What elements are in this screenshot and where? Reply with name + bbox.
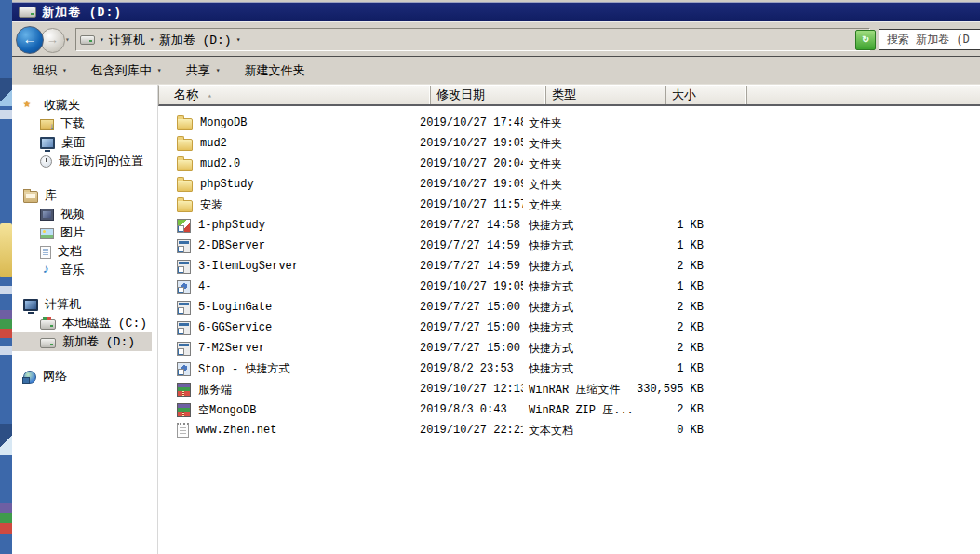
file-name-cell: 空MongoDB [158,402,414,418]
new-folder-label: 新建文件夹 [244,62,304,79]
include-in-library-label: 包含到库中 [91,62,152,79]
search-input[interactable]: 搜索 新加卷 (D [879,29,980,50]
file-list: MongoDB 2019/10/27 17:48 文件夹 mud2 2019/1… [158,106,980,440]
shortcut-php-icon [177,219,191,233]
title-bar[interactable]: 新加卷 (D:) [12,2,980,22]
new-folder-button[interactable]: 新建文件夹 [244,62,304,79]
recent-pages-dropdown-icon[interactable]: ▾ [65,35,70,44]
include-in-library-button[interactable]: 包含到库中 ▾ [91,62,162,79]
sidebar-item[interactable]: 视频 [12,205,152,223]
file-type: 文件夹 [523,136,637,152]
sidebar-item[interactable]: 文档 [12,242,152,261]
videos-icon [40,209,54,221]
sidebar-item[interactable]: 新加卷 (D:) [12,332,152,351]
file-row[interactable]: 服务端 2019/10/27 12:13 WinRAR 压缩文件 330,595… [158,379,980,399]
sidebar-item[interactable]: 图片 [12,223,152,242]
folder-icon [177,118,193,130]
breadcrumb-arrow-icon[interactable]: ▾ [236,35,241,44]
desktop-icon-label-fragment [0,346,12,355]
file-name: phpStudy [200,178,254,191]
sidebar-item[interactable]: 音乐 [12,261,152,279]
file-name: Stop - 快捷方式 [198,361,289,377]
sidebar-item[interactable]: 下载 [12,115,152,133]
file-row[interactable]: Stop - 快捷方式 2019/8/2 23:53 快捷方式 1 KB [158,358,980,379]
file-name: MongoDB [200,116,247,129]
breadcrumb-computer[interactable]: 计算机 [109,32,145,48]
file-row[interactable]: 5-LoginGate 2019/7/27 15:00 快捷方式 2 KB [158,297,980,318]
desktop-icon-fragment [0,424,12,455]
music-icon [40,263,54,277]
file-size: 330,595 KB [637,383,711,396]
sidebar-item[interactable]: 网络 [12,367,152,385]
file-type: WinRAR ZIP 压... [523,402,637,418]
file-row[interactable]: phpStudy 2019/10/27 19:09 文件夹 [158,174,980,195]
file-row[interactable]: 1-phpStudy 2019/7/27 14:58 快捷方式 1 KB [158,215,980,236]
file-row[interactable]: 6-GGService 2019/7/27 15:00 快捷方式 2 KB [158,318,980,338]
file-name-cell: 7-M2Server [158,342,414,356]
column-header-date[interactable]: 修改日期 [431,86,546,104]
file-name-cell: 安装 [158,197,414,213]
sidebar-item-label: 库 [45,187,57,204]
file-row[interactable]: 安装 2019/10/27 11:57 文件夹 [158,195,980,215]
file-row[interactable]: 3-ItemLogServer 2019/7/27 14:59 快捷方式 2 K… [158,256,980,277]
sidebar-item-label: 桌面 [61,134,86,151]
disk-d-icon [40,338,56,348]
file-date: 2019/10/27 17:48 [414,116,523,129]
column-header-size[interactable]: 大小 [666,86,747,104]
file-type: 快捷方式 [523,341,637,357]
file-size: 2 KB [637,403,711,416]
file-date: 2019/7/27 15:00 [414,342,523,355]
address-bar: ← → ▾ ▾ 计算机 ▾ 新加卷 (D:) ▾ ▾ ↻ 搜索 新加卷 (D [12,22,980,57]
file-size: 1 KB [637,219,711,232]
address-breadcrumb-field[interactable]: ▾ 计算机 ▾ 新加卷 (D:) ▾ ▾ [75,28,870,51]
sidebar-item[interactable]: 计算机 [12,295,152,314]
file-name-cell: 6-GGService [158,321,414,335]
file-type: 文件夹 [523,156,637,172]
folder-icon [177,180,193,192]
organize-button[interactable]: 组织 ▾ [33,62,67,79]
share-button[interactable]: 共享 ▾ [186,62,221,79]
file-row[interactable]: mud2 2019/10/27 19:05 文件夹 [158,133,980,154]
desktop-icon-fragment [0,223,12,277]
file-row[interactable]: 7-M2Server 2019/7/27 15:00 快捷方式 2 KB [158,338,980,358]
file-row[interactable]: 空MongoDB 2019/8/3 0:43 WinRAR ZIP 压... 2… [158,399,980,420]
chevron-down-icon: ▾ [157,66,162,74]
desktop-background [0,0,12,554]
shortcut-app-icon [177,321,191,335]
file-row[interactable]: 4- 2019/10/27 19:05 快捷方式 1 KB [158,277,980,297]
file-date: 2019/10/27 22:21 [414,424,523,437]
disk-c-icon [40,319,56,330]
file-name: 7-M2Server [198,342,265,355]
file-list-pane: 名称 ▴ 修改日期 类型 大小 MongoDB 2019/10/27 17:4 [158,85,980,554]
back-button[interactable]: ← [16,26,44,54]
file-size: 1 KB [637,362,711,375]
file-name: 2-DBServer [198,239,265,252]
sidebar-item[interactable]: 桌面 [12,133,152,152]
star-icon [23,99,37,112]
folder-icon [177,200,193,212]
sidebar-item[interactable]: 最近访问的位置 [12,152,152,170]
column-header-extra[interactable] [747,86,980,104]
sidebar-item[interactable]: 收藏夹 [12,96,152,115]
file-row[interactable]: MongoDB 2019/10/27 17:48 文件夹 [158,113,980,133]
column-header-type[interactable]: 类型 [546,86,666,104]
desktop-icon-label-fragment [0,110,12,119]
column-header-name[interactable]: 名称 ▴ [159,86,431,104]
desktop2-icon [40,137,55,149]
file-row[interactable]: mud2.0 2019/10/27 20:04 文件夹 [158,154,980,174]
file-row[interactable]: 2-DBServer 2019/7/27 14:59 快捷方式 1 KB [158,236,980,256]
refresh-button[interactable]: ↻ [855,30,876,50]
sidebar-item[interactable]: 库 [12,186,152,205]
file-date: 2019/10/27 20:04 [414,157,523,170]
sidebar-item[interactable]: 本地磁盘 (C:) [12,314,152,332]
sidebar-item-label: 音乐 [60,262,85,278]
download-icon [40,119,54,130]
breadcrumb-arrow-icon[interactable]: ▾ [150,35,154,44]
breadcrumb-arrow-icon[interactable]: ▾ [100,35,104,44]
file-name-cell: 3-ItemLogServer [158,260,414,274]
file-row[interactable]: www.zhen.net 2019/10/27 22:21 文本文档 0 KB [158,420,980,440]
pane-divider[interactable] [152,85,158,554]
breadcrumb-drive[interactable]: 新加卷 (D:) [159,32,232,48]
file-name: 服务端 [198,382,232,398]
forward-button[interactable]: → [40,28,65,53]
